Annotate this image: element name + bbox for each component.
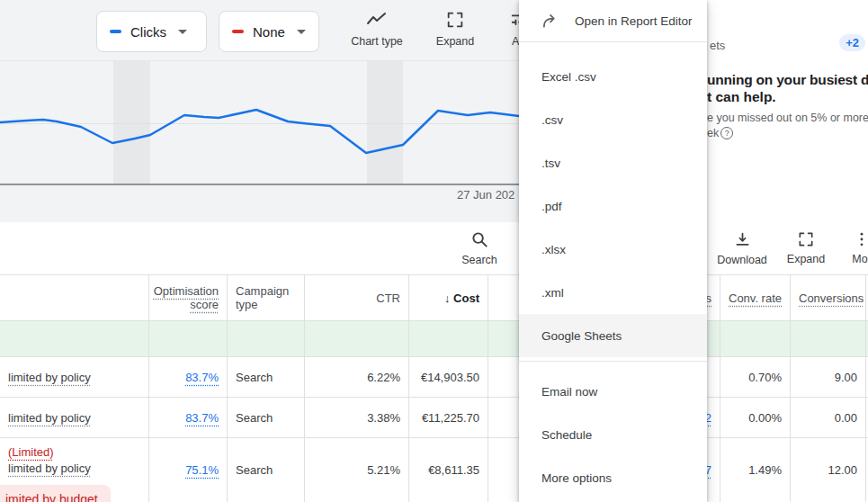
header-label: Optimisation score (154, 284, 219, 311)
chart-type-button[interactable]: Chart type (340, 10, 414, 48)
opt-score-link[interactable]: 83.7% (185, 411, 219, 425)
ctr-cell: 3.38% (304, 398, 408, 437)
conversions-cell: 9.00 (790, 357, 866, 397)
status-limited[interactable]: (Limited) (8, 444, 54, 461)
menu-item-label: .pdf (541, 200, 562, 213)
more-vert-icon (853, 230, 868, 248)
cost-cell: €11,225.70 (408, 398, 488, 437)
menu-item-label: Email now (541, 385, 597, 399)
campaign-type-cell: Search (227, 438, 304, 502)
table-row: limited by policy 83.7% Search 3.38% €11… (0, 398, 868, 438)
menu-item-email-now[interactable]: Email now (519, 370, 707, 413)
header-label: Campaign type (236, 284, 296, 311)
expand-icon (445, 10, 465, 30)
menu-item-label: .tsv (541, 157, 560, 170)
total-cell (227, 321, 304, 356)
campaign-table: Search Download Expand Mor (0, 222, 868, 502)
menu-item-pdf[interactable]: .pdf (519, 184, 707, 228)
header-campaign[interactable] (0, 275, 148, 320)
limited-by-budget-badge[interactable]: imited by budget (0, 485, 111, 502)
table-download-button[interactable]: Download (715, 230, 769, 266)
menu-item-label: Google Sheets (541, 329, 622, 343)
opt-score-link[interactable]: 75.1% (185, 463, 219, 477)
header-optimisation-score[interactable]: Optimisation score (148, 275, 227, 320)
chart-expand-label: Expand (436, 35, 474, 48)
metric-swatch-blue (110, 30, 121, 33)
menu-item-label: More options (541, 471, 612, 485)
menu-item-label: Excel .csv (541, 70, 596, 84)
table-header-row: Optimisation score Campaign type CTR ↓ C… (0, 274, 868, 321)
menu-item-more-options[interactable]: More options (519, 456, 707, 499)
header-cost[interactable]: ↓ Cost (408, 275, 488, 320)
insight-body-line2: ek ? (707, 127, 733, 139)
chart-line (0, 110, 553, 153)
download-menu: Open in Report Editor Excel .csv .csv .t… (519, 0, 707, 502)
campaign-status-cell: limited by policy (0, 398, 148, 437)
opt-score-link[interactable]: 83.7% (185, 371, 219, 384)
opt-score-cell: 75.1% (148, 438, 227, 502)
menu-item-label: .xml (541, 286, 564, 300)
menu-item-xml[interactable]: .xml (519, 271, 707, 314)
metric-selector-primary[interactable]: Clicks (96, 11, 207, 52)
conv-rate-cell: 0.70% (720, 357, 790, 397)
opt-score-cell: 83.7% (148, 357, 227, 397)
insight-headline-line1: unning on your busiest day (707, 72, 868, 88)
table-total-row (0, 321, 868, 357)
campaign-type-cell: Search (227, 398, 304, 437)
header-ctr[interactable]: CTR (304, 275, 408, 320)
menu-divider (519, 361, 707, 362)
menu-item-tsv[interactable]: .tsv (519, 141, 707, 184)
google-ads-screen: Clicks None Chart type Exp (0, 0, 868, 502)
metric-selector-secondary[interactable]: None (219, 11, 319, 52)
cost-cell: €8,611.35 (408, 438, 488, 502)
menu-item-google-sheets[interactable]: Google Sheets (519, 314, 707, 357)
menu-item-schedule[interactable]: Schedule (519, 413, 707, 456)
insight-body-fragment: ek (707, 127, 719, 139)
status-limited-by-policy[interactable]: limited by policy (8, 411, 91, 425)
menu-item-label: .xlsx (541, 243, 566, 256)
conv-rate-cell: 0.00% (720, 398, 790, 437)
menu-item-label: .csv (541, 113, 563, 127)
table-search-label: Search (461, 254, 497, 266)
menu-item-csv[interactable]: .csv (519, 98, 707, 141)
table-search-button[interactable]: Search (454, 230, 505, 266)
header-conv-rate[interactable]: Conv. rate (720, 275, 790, 320)
ctr-cell: 5.21% (304, 438, 408, 502)
open-in-report-arrow-icon (541, 13, 559, 28)
menu-item-open-report-editor[interactable]: Open in Report Editor (519, 0, 707, 42)
total-cell (408, 321, 488, 356)
campaign-type-cell: Search (227, 357, 304, 397)
status-limited-by-policy[interactable]: limited by policy (8, 461, 91, 477)
expand-icon (797, 230, 815, 248)
header-campaign-type[interactable]: Campaign type (227, 275, 304, 320)
total-cell (790, 321, 866, 356)
header-conversions[interactable]: Conversions (790, 275, 866, 320)
menu-item-excel-csv[interactable]: Excel .csv (519, 55, 707, 98)
metric-primary-label: Clicks (130, 24, 166, 40)
header-label: Cost (453, 291, 479, 305)
table-more-label: Mor (852, 253, 868, 265)
header-label: CTR (376, 291, 400, 305)
status-limited-by-policy[interactable]: limited by policy (8, 371, 91, 384)
total-cell (720, 321, 790, 356)
sort-arrow-icon: ↓ (444, 291, 451, 305)
insight-count-badge[interactable]: +2 (839, 34, 865, 51)
table-download-label: Download (717, 254, 767, 266)
opt-score-cell: 83.7% (148, 398, 227, 437)
download-icon (733, 230, 752, 249)
line-chart-icon (366, 10, 388, 30)
search-icon (470, 230, 489, 249)
menu-item-label: Schedule (541, 428, 592, 442)
table-more-button[interactable]: Mor (844, 230, 868, 265)
help-icon[interactable]: ? (720, 127, 733, 139)
total-cell (304, 321, 408, 356)
total-cell (148, 321, 227, 356)
chart-expand-button[interactable]: Expand (423, 10, 488, 48)
menu-item-xlsx[interactable]: .xlsx (519, 228, 707, 271)
insight-body-line1: e you missed out on 5% or more (707, 112, 868, 124)
insight-title-fragment: ets (710, 39, 725, 52)
table-expand-button[interactable]: Expand (780, 230, 832, 265)
conv-rate-cell: 1.49% (720, 438, 790, 502)
campaign-status-cell: (Limited) limited by policy imited by bu… (0, 438, 148, 502)
table-row: (Limited) limited by policy imited by bu… (0, 438, 868, 502)
